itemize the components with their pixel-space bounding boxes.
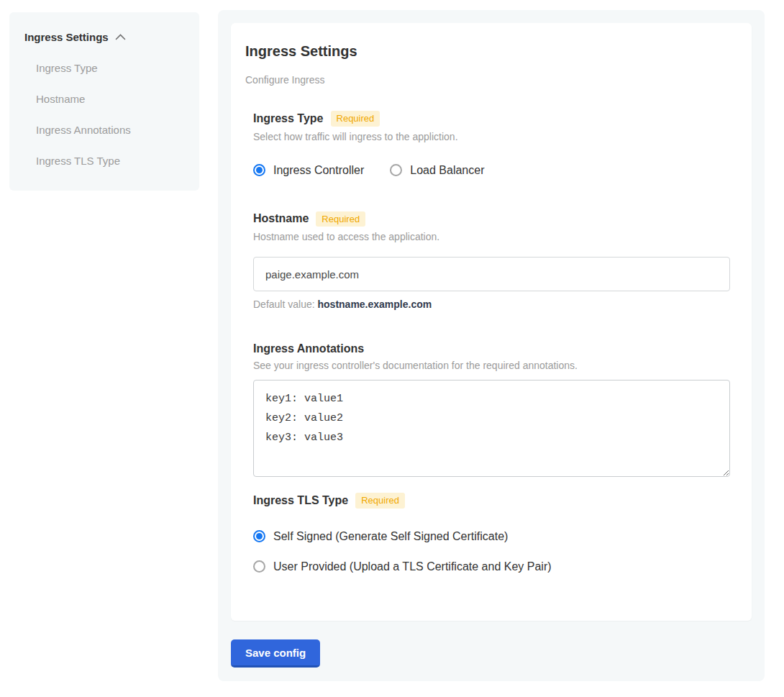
required-badge: Required xyxy=(355,493,405,509)
config-nav-sidebar: Ingress Settings Ingress Type Hostname I… xyxy=(9,12,199,191)
sidebar-item-ingress-type[interactable]: Ingress Type xyxy=(36,62,185,74)
sidebar-group-title: Ingress Settings xyxy=(24,31,109,43)
radio-option-label: User Provided (Upload a TLS Certificate … xyxy=(273,560,552,573)
hostname-label: Hostname xyxy=(253,212,309,225)
config-main-panel: Ingress Settings Configure Ingress Ingre… xyxy=(218,10,765,681)
section-ingress-tls-type: Ingress TLS Type Required Self Signed (G… xyxy=(253,493,730,573)
hostname-default-line: Default value: hostname.example.com xyxy=(253,299,730,310)
hostname-help: Hostname used to access the application. xyxy=(253,231,730,242)
sidebar-group-ingress-settings[interactable]: Ingress Settings xyxy=(24,31,185,43)
ingress-type-help: Select how traffic will ingress to the a… xyxy=(253,131,730,142)
sidebar-item-hostname[interactable]: Hostname xyxy=(36,93,185,105)
page-subtitle: Configure Ingress xyxy=(245,74,730,86)
ingress-annotations-textarea[interactable]: key1: value1 key2: value2 key3: value3 xyxy=(253,380,730,477)
ingress-tls-type-label: Ingress TLS Type xyxy=(253,494,348,507)
ingress-annotations-label: Ingress Annotations xyxy=(253,342,364,355)
default-value-prefix: Default value: xyxy=(253,299,318,310)
radio-button-icon xyxy=(253,530,265,542)
sidebar-item-ingress-annotations[interactable]: Ingress Annotations xyxy=(36,124,185,136)
ingress-tls-radio-group: Self Signed (Generate Self Signed Certif… xyxy=(253,530,730,573)
required-badge: Required xyxy=(331,111,380,127)
page-title: Ingress Settings xyxy=(245,43,730,60)
radio-button-icon xyxy=(253,560,265,573)
ingress-type-radio-group: Ingress Controller Load Balancer xyxy=(253,164,730,177)
radio-option-label: Load Balancer xyxy=(410,164,484,177)
radio-option-self-signed[interactable]: Self Signed (Generate Self Signed Certif… xyxy=(253,530,730,543)
radio-option-ingress-controller[interactable]: Ingress Controller xyxy=(253,164,364,177)
section-hostname: Hostname Required Hostname used to acces… xyxy=(253,211,730,311)
default-value-text: hostname.example.com xyxy=(318,299,432,310)
ingress-annotations-help: See your ingress controller's documentat… xyxy=(253,360,730,371)
radio-option-label: Ingress Controller xyxy=(273,164,364,177)
chevron-up-icon xyxy=(115,34,126,40)
radio-option-load-balancer[interactable]: Load Balancer xyxy=(390,164,484,177)
radio-option-label: Self Signed (Generate Self Signed Certif… xyxy=(273,530,508,543)
section-ingress-type: Ingress Type Required Select how traffic… xyxy=(253,111,730,177)
hostname-input[interactable] xyxy=(253,257,730,291)
radio-option-user-provided[interactable]: User Provided (Upload a TLS Certificate … xyxy=(253,560,730,573)
ingress-type-label: Ingress Type xyxy=(253,112,324,125)
section-ingress-annotations: Ingress Annotations See your ingress con… xyxy=(253,342,730,477)
sidebar-item-list: Ingress Type Hostname Ingress Annotation… xyxy=(24,62,185,167)
save-config-button[interactable]: Save config xyxy=(231,639,320,668)
config-card: Ingress Settings Configure Ingress Ingre… xyxy=(231,23,752,621)
radio-button-icon xyxy=(390,164,402,176)
radio-button-icon xyxy=(253,164,265,176)
sidebar-item-ingress-tls-type[interactable]: Ingress TLS Type xyxy=(36,155,185,167)
required-badge: Required xyxy=(316,211,365,227)
config-sections: Ingress Type Required Select how traffic… xyxy=(253,111,730,573)
